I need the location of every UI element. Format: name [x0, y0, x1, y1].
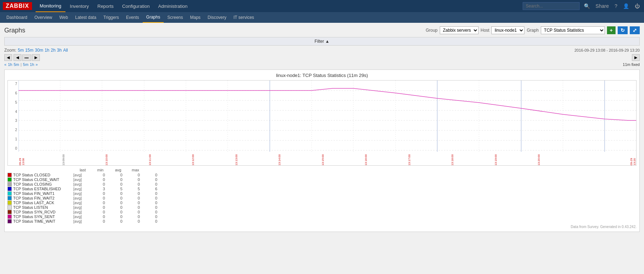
nav-fwd-1h[interactable]: 1h: [30, 62, 34, 67]
y-label-4: 4: [9, 110, 17, 114]
zoom-5m[interactable]: 5m: [18, 48, 24, 53]
zoom-30m[interactable]: 30m: [35, 48, 43, 53]
nav-monitoring[interactable]: Monitoring: [36, 0, 66, 12]
graph-area: 7 6 5 4 3 2 1 0: [7, 80, 637, 166]
user-icon[interactable]: 👤: [622, 3, 630, 9]
legend-item-last: 0: [89, 201, 105, 205]
legend-color: [7, 210, 12, 214]
group-label: Group: [426, 28, 437, 33]
filter-bar[interactable]: Filter ▲: [4, 37, 640, 46]
power-icon[interactable]: ⏻: [633, 3, 641, 9]
nav-administration[interactable]: Administration: [154, 0, 192, 12]
legend-item-max: 0: [141, 182, 157, 186]
tab-events[interactable]: Events: [122, 12, 143, 23]
sub-navigation: Dashboard Overview Web Latest data Trigg…: [0, 12, 644, 23]
legend-item-avg: 0: [124, 182, 140, 186]
legend-item-last: 0: [89, 219, 105, 223]
legend-item-tag: [avg]: [73, 219, 88, 223]
zoom-3h[interactable]: 3h: [57, 48, 62, 53]
tab-graphs[interactable]: Graphs: [143, 12, 164, 23]
search-input[interactable]: [523, 2, 580, 10]
legend-item-last: 0: [89, 210, 105, 214]
add-button[interactable]: +: [607, 26, 616, 34]
legend-col-avg: avg: [104, 168, 121, 172]
legend-item-max: 0: [141, 219, 157, 223]
nav-back-1h[interactable]: «: [4, 62, 6, 67]
legend-color: [7, 219, 12, 223]
legend-item-avg: 0: [124, 205, 140, 210]
tab-web[interactable]: Web: [56, 12, 72, 23]
next-button[interactable]: ▶: [632, 54, 640, 61]
legend-item-tag: [avg]: [73, 187, 88, 191]
legend-row: TCP Status LAST_ACK [avg] 0 0 0 0: [7, 201, 637, 205]
legend-item-min: 5: [106, 187, 122, 191]
nav-fwd-5m[interactable]: 5m: [23, 62, 28, 67]
legend-col-min: min: [86, 168, 104, 172]
tab-maps[interactable]: Maps: [186, 12, 204, 23]
legend-item-avg: 0: [124, 201, 140, 205]
host-label: Host: [481, 28, 490, 33]
tab-dashboard[interactable]: Dashboard: [3, 12, 31, 23]
footer-note: Data from Survey. Generated in 0.43.242.: [7, 225, 637, 229]
legend-item-last: 0: [89, 173, 105, 177]
group-select[interactable]: Zabbix servers: [440, 26, 479, 34]
top-navigation: ZABBIX Monitoring Inventory Reports Conf…: [0, 0, 644, 12]
zoom-all[interactable]: All: [63, 48, 68, 53]
legend-item-tag: [avg]: [73, 201, 88, 205]
graph-select[interactable]: TCP Status Statistics: [541, 26, 605, 34]
legend-item-max: 0: [141, 173, 157, 177]
legend-item-avg: 0: [124, 196, 140, 200]
expand-button[interactable]: ⤢: [630, 26, 640, 34]
tab-overview[interactable]: Overview: [31, 12, 56, 23]
zoom-15m[interactable]: 15m: [25, 48, 33, 53]
tab-it-services[interactable]: IT services: [230, 12, 258, 23]
legend-color: [7, 191, 12, 196]
legend-item-name: TCP Status CLOSED: [13, 173, 72, 177]
legend-row: TCP Status CLOSED [avg] 0 0 0 0: [7, 173, 637, 177]
legend-item-max: 0: [141, 196, 157, 200]
refresh-button[interactable]: ↻: [618, 26, 628, 34]
nav-back-5m[interactable]: 5m: [14, 62, 19, 67]
tab-screens[interactable]: Screens: [164, 12, 186, 23]
tab-latest-data[interactable]: Latest data: [72, 12, 100, 23]
zoom-1h[interactable]: 1h: [44, 48, 49, 53]
nav-arrows-left: ◀ ◀ ▪▪▪ ▶: [4, 54, 41, 61]
nav-configuration[interactable]: Configuration: [118, 0, 154, 12]
help-icon[interactable]: ?: [613, 3, 619, 9]
tab-triggers[interactable]: Triggers: [100, 12, 123, 23]
shift-left-button[interactable]: ◀: [14, 54, 21, 61]
legend-item-name: TCP Status CLOSING: [13, 182, 72, 186]
nav-back-1h-label[interactable]: 1h: [8, 62, 12, 67]
legend-item-last: 0: [89, 214, 105, 219]
legend-color: [7, 187, 12, 191]
legend-item-last: 0: [89, 205, 105, 210]
legend-item-min: 0: [106, 191, 122, 196]
time-nav: « 1h 5m | 5m 1h » 11m fixed: [4, 62, 640, 67]
legend-item-name: TCP Status CLOSE_WAIT: [13, 177, 72, 182]
shift-right-button[interactable]: ▶: [32, 54, 40, 61]
nav-reports[interactable]: Reports: [93, 0, 118, 12]
legend-item-max: 0: [141, 210, 157, 214]
legend-item-tag: [avg]: [73, 191, 88, 196]
zoom-2h[interactable]: 2h: [51, 48, 56, 53]
prev-button[interactable]: ◀: [4, 54, 12, 61]
legend-item-avg: 0: [124, 210, 140, 214]
legend-item-name: TCP Status TIME_WAIT: [13, 219, 72, 223]
y-label-5: 5: [9, 100, 17, 104]
zoom-in-button[interactable]: ▪▪▪: [22, 55, 31, 61]
tab-discovery[interactable]: Discovery: [204, 12, 230, 23]
legend-item-max: 0: [141, 201, 157, 205]
legend-item-min: 0: [106, 177, 122, 182]
nav-inventory[interactable]: Inventory: [65, 0, 93, 12]
share-button[interactable]: Share: [594, 3, 610, 9]
legend-item-name: TCP Status LAST_ACK: [13, 201, 72, 205]
legend-row: TCP Status SYN_SENT [avg] 0 0 0 0: [7, 214, 637, 219]
legend-item-name: TCP Status SYN_RCVD: [13, 210, 72, 214]
graph-label: Graph: [527, 28, 538, 33]
host-select[interactable]: linux-node1: [491, 26, 524, 34]
nav-fwd-end[interactable]: »: [36, 62, 38, 67]
legend-item-min: 0: [106, 196, 122, 200]
search-icon[interactable]: 🔍: [582, 3, 591, 9]
legend-color: [7, 205, 12, 210]
legend-item-tag: [avg]: [73, 182, 88, 186]
